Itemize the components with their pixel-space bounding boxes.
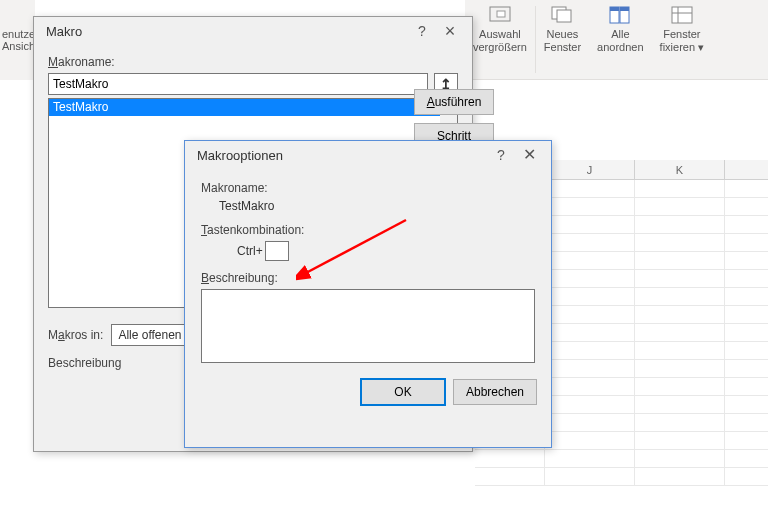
help-icon[interactable]: ? <box>487 141 515 169</box>
partial-text-2: Ansich <box>2 40 35 52</box>
ribbon-label: Auswahl vergrößern <box>473 28 527 53</box>
svg-rect-8 <box>672 7 692 23</box>
makroname-input[interactable] <box>48 73 428 95</box>
ok-button[interactable]: OK <box>361 379 445 405</box>
zoom-selection-icon <box>486 4 514 26</box>
opt-shortcut-label: Tastenkombination: <box>201 223 535 237</box>
arrange-all-icon <box>606 4 634 26</box>
new-window-icon <box>548 4 576 26</box>
freeze-panes-icon <box>668 4 696 26</box>
svg-rect-3 <box>557 10 571 22</box>
svg-rect-7 <box>620 7 629 11</box>
makrooptionen-dialog: Makrooptionen ? ✕ Makroname: TestMakro T… <box>184 140 552 448</box>
ribbon-fragment: Auswahl vergrößern Neues Fenster Alle an… <box>465 0 768 80</box>
svg-rect-6 <box>610 7 619 11</box>
makro-dialog-title: Makro <box>46 24 408 39</box>
ribbon-arrange-all[interactable]: Alle anordnen <box>589 0 652 79</box>
makroname-label: Makroname: <box>48 55 458 69</box>
run-button[interactable]: Ausführen <box>414 89 494 115</box>
makros-in-label: Makros in: <box>48 328 103 342</box>
opt-makroname-value: TestMakro <box>219 199 535 213</box>
list-item[interactable]: TestMakro <box>49 99 457 116</box>
svg-rect-1 <box>497 11 505 17</box>
col-header-j[interactable]: J <box>545 160 635 179</box>
ribbon-new-window[interactable]: Neues Fenster <box>536 0 589 79</box>
close-icon[interactable]: ✕ <box>515 141 543 169</box>
opt-titlebar[interactable]: Makrooptionen ? ✕ <box>185 141 551 169</box>
ribbon-zoom-selection[interactable]: Auswahl vergrößern <box>465 0 535 79</box>
makro-titlebar[interactable]: Makro ? × <box>34 17 472 45</box>
ribbon-freeze-panes[interactable]: Fenster fixieren ▾ <box>652 0 713 79</box>
cancel-button[interactable]: Abbrechen <box>453 379 537 405</box>
opt-makroname-label: Makroname: <box>201 181 535 195</box>
partial-text-1: enutze <box>2 28 35 40</box>
opt-desc-label: Beschreibung: <box>201 271 535 285</box>
shortcut-key-input[interactable] <box>265 241 289 261</box>
opt-dialog-title: Makrooptionen <box>197 148 487 163</box>
close-icon[interactable]: × <box>436 17 464 45</box>
shortcut-prefix: Ctrl+ <box>237 244 263 258</box>
ribbon-label: Fenster fixieren ▾ <box>660 28 705 53</box>
opt-description-textarea[interactable] <box>201 289 535 363</box>
ribbon-label: Neues Fenster <box>544 28 581 53</box>
col-header-k[interactable]: K <box>635 160 725 179</box>
ribbon-partial-left: enutze Ansich <box>0 0 35 80</box>
ribbon-label: Alle anordnen <box>597 28 644 53</box>
help-icon[interactable]: ? <box>408 17 436 45</box>
